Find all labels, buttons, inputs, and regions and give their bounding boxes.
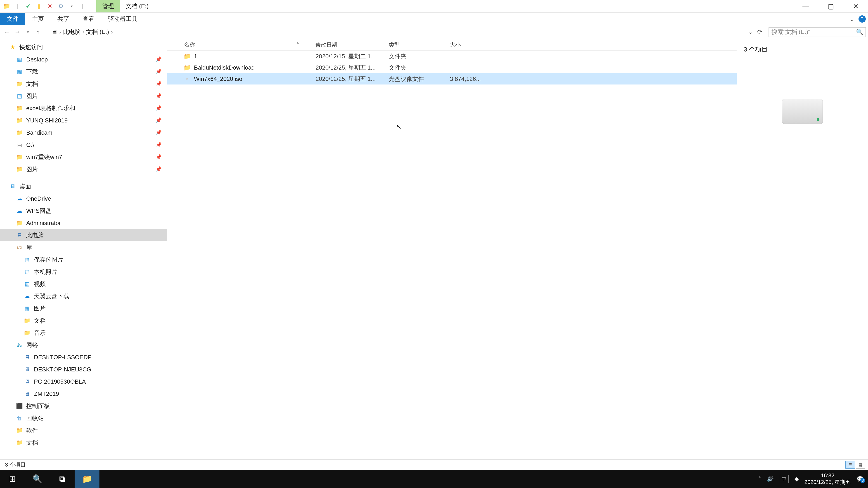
breadcrumb-this-pc[interactable]: 此电脑 — [61, 28, 83, 36]
qat-settings-icon[interactable]: ⚙ — [56, 2, 66, 11]
app-icon[interactable]: 📁 — [2, 2, 11, 11]
sidebar-item[interactable]: 🖥PC-20190530OBLA — [0, 376, 167, 388]
qat-folder-icon[interactable]: ▮ — [34, 2, 44, 11]
minimize-button[interactable]: — — [794, 0, 818, 12]
sidebar-quick-access[interactable]: ★ 快速访问 — [0, 41, 167, 53]
sidebar-software[interactable]: 📁 软件 — [0, 424, 167, 436]
task-view-button[interactable]: ⧉ — [50, 470, 74, 488]
nav-up-button[interactable]: ↑ — [33, 27, 43, 37]
column-header-size[interactable]: 大小 — [444, 41, 480, 48]
sidebar-control-panel[interactable]: ⬛ 控制面板 — [0, 400, 167, 412]
address-history-dropdown[interactable]: ⌄ — [747, 29, 754, 35]
navigation-pane[interactable]: ★ 快速访问 ▧Desktop📌▧下载📌📁文档📌▧图片📌📁excel表格制作求和… — [0, 39, 167, 459]
file-row[interactable]: 📁BaiduNetdiskDownload2020/12/25, 星期五 1..… — [167, 62, 737, 73]
sidebar-item[interactable]: ☁OneDrive — [0, 193, 167, 205]
sidebar-item[interactable]: 📁文档📌 — [0, 78, 167, 90]
sidebar-item[interactable]: 🖥此电脑 — [0, 229, 167, 241]
sidebar-item[interactable]: ▧图片📌 — [0, 90, 167, 102]
sidebar-label: 控制面板 — [26, 402, 50, 410]
breadcrumb-pc-icon[interactable]: 🖥 — [50, 29, 59, 35]
folder-icon: 📁 — [16, 219, 23, 227]
taskbar-clock[interactable]: 16:32 2020/12/25, 星期五 — [804, 473, 851, 486]
sidebar-desktop[interactable]: 🖥 桌面 — [0, 180, 167, 193]
view-thumbnails-button[interactable]: ▦ — [856, 461, 865, 468]
maximize-button[interactable]: ▢ — [818, 0, 843, 12]
ribbon-tab-home[interactable]: 主页 — [25, 13, 51, 25]
view-details-button[interactable]: ≣ — [845, 461, 855, 468]
column-header-name[interactable]: 名称 ▴ — [179, 41, 310, 48]
nav-recent-dropdown[interactable]: ▾ — [23, 27, 33, 37]
address-bar[interactable]: 🖥 › 此电脑 › 文档 (E:) › — [50, 27, 746, 37]
sidebar-item[interactable]: ▧Desktop📌 — [0, 53, 167, 66]
search-input[interactable]: 搜索"文档 (E:)" 🔍 — [769, 27, 866, 37]
sidebar-item[interactable]: 📁YUNQISHI2019📌 — [0, 114, 167, 127]
qat-close-icon[interactable]: ✕ — [45, 2, 55, 11]
sidebar-item[interactable]: 📁音乐 — [0, 327, 167, 339]
sidebar-item-label: 图片 — [34, 304, 46, 313]
pin-icon: 📌 — [156, 130, 162, 135]
ribbon-tab-file[interactable]: 文件 — [0, 13, 25, 25]
file-row[interactable]: 📁12020/12/15, 星期二 1...文件夹 — [167, 51, 737, 62]
sidebar-item[interactable]: 📁win7重装win7📌 — [0, 151, 167, 163]
pin-icon: 📌 — [156, 142, 162, 148]
navigation-bar: ← → ▾ ↑ 🖥 › 此电脑 › 文档 (E:) › ⌄ ⟳ 搜索"文档 (E… — [0, 25, 868, 39]
sidebar-item[interactable]: 🖥DESKTOP-NJEU3CG — [0, 363, 167, 376]
sidebar-item[interactable]: 📁图片📌 — [0, 163, 167, 175]
pc-icon: 🖥 — [24, 366, 31, 373]
sidebar-item[interactable]: ▧本机照片 — [0, 266, 167, 278]
sidebar-item[interactable]: 📁Bandicam📌 — [0, 127, 167, 139]
refresh-button[interactable]: ⟳ — [755, 29, 765, 35]
qat-dropdown-icon[interactable]: ▾ — [67, 2, 76, 11]
folder-icon: 📁 — [16, 129, 23, 136]
nav-back-button[interactable]: ← — [2, 27, 12, 37]
sidebar-item-label: Administrator — [26, 220, 61, 227]
sidebar-item[interactable]: 📁Administrator — [0, 217, 167, 229]
taskbar-explorer-button[interactable]: 📁 — [74, 470, 99, 488]
sidebar-item[interactable]: ▧视频 — [0, 278, 167, 290]
action-center-button[interactable]: 💬 3 — [857, 476, 864, 482]
ribbon-tab-share[interactable]: 共享 — [51, 13, 76, 25]
preview-pane: 3 个项目 — [737, 39, 868, 459]
sidebar-item[interactable]: 🖥DESKTOP-LSSOEDP — [0, 351, 167, 363]
start-button[interactable]: ⊞ — [0, 470, 25, 488]
sidebar-recycle-bin[interactable]: 🗑 回收站 — [0, 412, 167, 424]
sidebar-item[interactable]: 🗂库 — [0, 241, 167, 254]
sidebar-item[interactable]: ▧保存的图片 — [0, 254, 167, 266]
context-tab-manage[interactable]: 管理 — [96, 0, 120, 12]
ribbon-collapse-icon[interactable]: ⌄ — [849, 15, 855, 23]
nav-forward-button[interactable]: → — [13, 27, 22, 37]
tray-overflow-icon[interactable]: ˄ — [758, 476, 761, 482]
sidebar-docs[interactable]: 📁 文档 — [0, 436, 167, 449]
ribbon-tab-view[interactable]: 查看 — [76, 13, 101, 25]
breadcrumb-drive-e[interactable]: 文档 (E:) — [84, 28, 111, 36]
sidebar-item-label: G:\ — [26, 141, 34, 149]
sidebar-item[interactable]: 🖥ZMT2019 — [0, 388, 167, 400]
sidebar-item[interactable]: ▧图片 — [0, 302, 167, 315]
sidebar-item[interactable]: 📁excel表格制作求和📌 — [0, 102, 167, 114]
tray-app-icon[interactable]: ◆ — [795, 476, 799, 482]
ime-indicator[interactable]: 中 — [780, 475, 789, 483]
qat-checkbox-icon[interactable]: ✔ — [24, 2, 33, 11]
cloud-icon: ☁ — [16, 207, 23, 215]
column-header-type[interactable]: 类型 — [383, 41, 444, 48]
sidebar-item[interactable]: ▧下载📌 — [0, 66, 167, 78]
sidebar-item[interactable]: ☁WPS网盘 — [0, 205, 167, 217]
sidebar-item[interactable]: 🖴G:\📌 — [0, 139, 167, 151]
blue-icon: ▧ — [24, 256, 31, 263]
ribbon-tabs: 文件 主页 共享 查看 驱动器工具 ⌄ ? — [0, 13, 868, 25]
sidebar-item[interactable]: 📁文档 — [0, 315, 167, 327]
column-header-date[interactable]: 修改日期 — [310, 41, 383, 48]
search-taskbar-button[interactable]: 🔍 — [25, 470, 50, 488]
pin-icon: 📌 — [156, 81, 162, 87]
file-row[interactable]: ▫Win7x64_2020.iso2020/12/25, 星期五 1...光盘映… — [167, 73, 737, 85]
sidebar-network[interactable]: 🖧 网络 — [0, 339, 167, 351]
file-rows: 📁12020/12/15, 星期二 1...文件夹📁BaiduNetdiskDo… — [167, 51, 737, 85]
ribbon-tab-drive-tools[interactable]: 驱动器工具 — [101, 13, 144, 25]
taskbar: ⊞ 🔍 ⧉ 📁 ˄ 🔊 中 ◆ 16:32 2020/12/25, 星期五 💬 … — [0, 470, 868, 488]
drive-icon: 🖴 — [16, 141, 23, 149]
sidebar-item[interactable]: ☁天翼云盘下载 — [0, 290, 167, 302]
cursor-icon: ↖ — [396, 123, 402, 130]
volume-icon[interactable]: 🔊 — [767, 476, 774, 482]
help-icon[interactable]: ? — [859, 15, 866, 23]
close-button[interactable]: ✕ — [843, 0, 868, 12]
